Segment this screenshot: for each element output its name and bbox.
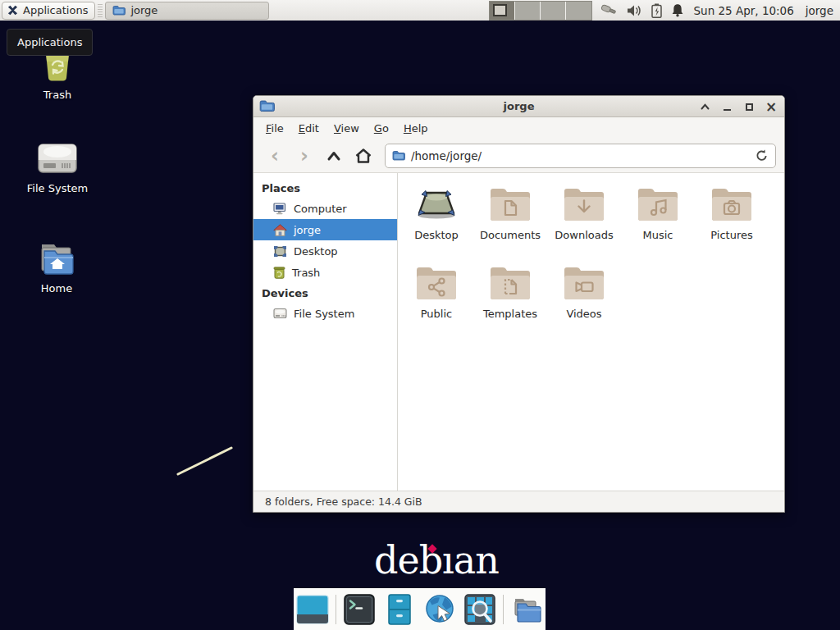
maximize-button[interactable]: [742, 100, 756, 113]
workspace-1[interactable]: [490, 2, 515, 20]
dock-panel: [294, 588, 546, 630]
dock-web-browser[interactable]: [422, 592, 457, 627]
folder-documents[interactable]: Documents: [473, 183, 547, 262]
debian-logo: debıan: [374, 538, 499, 582]
file-view: Desktop Documents: [398, 173, 784, 491]
minimize-button[interactable]: [720, 100, 733, 113]
folder-videos[interactable]: Videos: [547, 262, 621, 340]
workspace-switcher: [489, 1, 592, 21]
wallpaper-swirl-line: [172, 443, 238, 480]
workspace-4[interactable]: [566, 2, 591, 20]
folder-label: Public: [421, 308, 452, 320]
path-bar[interactable]: /home/jorge/: [385, 144, 776, 168]
applications-tooltip: Applications: [7, 29, 93, 56]
shade-button[interactable]: [698, 100, 711, 113]
desktop-icon-label: File System: [27, 182, 88, 194]
close-button[interactable]: ×: [765, 100, 778, 113]
folder-public[interactable]: Public: [399, 262, 473, 340]
drive-icon: [273, 308, 287, 319]
desktop-special-icon: [415, 185, 458, 222]
trash-icon: [273, 266, 285, 279]
file-cabinet-icon: [383, 593, 416, 626]
folder-label: Pictures: [710, 229, 752, 241]
forward-button[interactable]: ›: [291, 144, 317, 168]
status-bar: 8 folders, Free space: 14.4 GiB: [253, 491, 784, 512]
folder-templates[interactable]: Templates: [473, 262, 547, 340]
applications-button[interactable]: Applications: [2, 2, 95, 20]
desktop-icon-home[interactable]: Home: [16, 240, 98, 294]
sidebar-item-label: Desktop: [294, 245, 338, 258]
dock-terminal[interactable]: [342, 592, 377, 627]
sidebar-item-computer[interactable]: Computer: [253, 198, 397, 219]
menu-edit[interactable]: Edit: [291, 119, 326, 138]
menu-help[interactable]: Help: [396, 119, 436, 138]
workspace-2[interactable]: [515, 2, 541, 20]
menu-view[interactable]: View: [326, 119, 367, 138]
window-controls: ×: [698, 96, 778, 117]
dock-show-desktop[interactable]: [295, 592, 330, 627]
sidebar-item-desktop[interactable]: Desktop: [253, 240, 397, 262]
status-text: 8 folders, Free space: 14.4 GiB: [265, 495, 422, 508]
application-finder-icon: [463, 593, 496, 626]
menu-file[interactable]: File: [258, 119, 291, 138]
folder-label: Music: [643, 229, 673, 241]
taskbar-window-label: jorge: [130, 4, 158, 16]
folder-pictures[interactable]: Pictures: [695, 183, 769, 262]
taskbar-button-jorge[interactable]: jorge: [105, 2, 269, 20]
dock-separator: [503, 595, 504, 624]
dock-application-finder[interactable]: [463, 592, 497, 627]
home-icon: [273, 224, 287, 236]
pictures-folder-icon: [710, 185, 753, 222]
sidebar-item-trash[interactable]: Trash: [253, 262, 397, 283]
dock-file-cabinet[interactable]: [382, 592, 417, 627]
folder-label: Downloads: [555, 229, 613, 241]
up-button[interactable]: [321, 144, 347, 168]
window-titlebar[interactable]: jorge ×: [253, 96, 784, 117]
xfce-logo-icon: [7, 4, 19, 16]
desktop-icon: [273, 245, 287, 258]
desktop-icon-label: Home: [41, 282, 72, 294]
toolbar: ‹ › /home/jorge/: [253, 139, 784, 173]
folder-desktop[interactable]: Desktop: [399, 183, 473, 262]
path-folder-icon: [392, 150, 405, 161]
panel-handle[interactable]: [98, 4, 103, 17]
volume-icon[interactable]: [627, 4, 642, 17]
clock[interactable]: Sun 25 Apr, 10:06: [694, 4, 794, 17]
sidebar-item-label: jorge: [294, 224, 321, 236]
window-body: Places Computer: [253, 173, 784, 491]
reload-icon[interactable]: [755, 148, 769, 162]
public-folder-icon: [415, 263, 458, 301]
menu-bar: File Edit View Go Help: [253, 117, 784, 139]
computer-icon: [273, 203, 287, 215]
notifications-bell-icon[interactable]: [671, 3, 684, 17]
folder-downloads[interactable]: Downloads: [547, 183, 621, 262]
window-folder-icon: [259, 99, 275, 112]
file-manager-folders-icon: [510, 593, 543, 626]
system-tray: [600, 3, 684, 18]
sidebar-header-places: Places: [253, 178, 397, 198]
sidebar-item-label: Trash: [292, 267, 320, 279]
downloads-folder-icon: [563, 185, 605, 222]
workspace-3[interactable]: [541, 2, 566, 20]
battery-charging-icon[interactable]: [651, 3, 662, 18]
folder-label: Videos: [566, 308, 601, 320]
sidebar-item-label: Computer: [294, 203, 347, 215]
desktop-screen: Applications jorge: [0, 0, 840, 630]
home-button[interactable]: [350, 144, 377, 168]
desktop-icon-file-system[interactable]: File System: [16, 141, 98, 194]
folder-icon: [112, 5, 126, 16]
folder-music[interactable]: Music: [621, 183, 695, 262]
workspace-window-preview: [493, 4, 507, 16]
back-button[interactable]: ‹: [262, 144, 288, 168]
sidebar-item-jorge[interactable]: jorge: [253, 219, 397, 240]
debian-logo-text: debıan: [374, 538, 499, 582]
show-desktop-icon: [296, 593, 329, 626]
tablet-tool-icon[interactable]: [600, 3, 618, 17]
sidebar-item-file-system[interactable]: File System: [253, 303, 397, 324]
dock-file-manager[interactable]: [509, 592, 544, 627]
music-folder-icon: [637, 185, 679, 222]
videos-folder-icon: [563, 263, 605, 301]
drive-icon: [37, 141, 78, 177]
menu-go[interactable]: Go: [367, 119, 396, 138]
panel-username[interactable]: jorge: [806, 4, 833, 17]
